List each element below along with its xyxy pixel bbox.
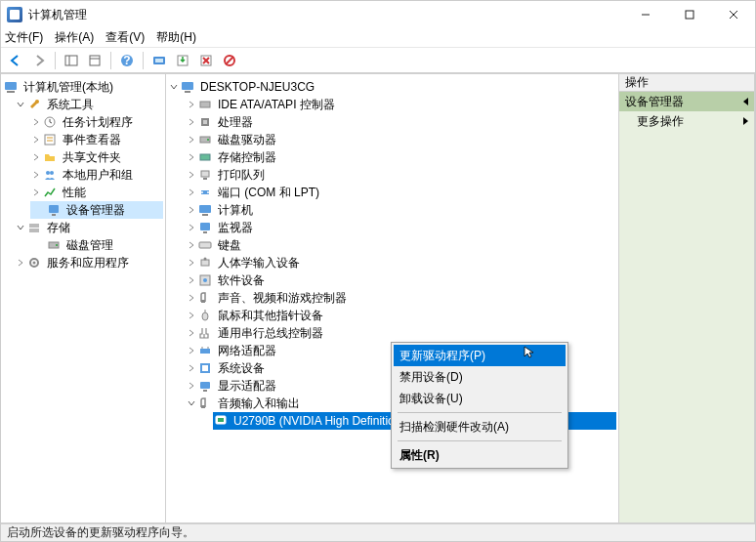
chevron-right-icon[interactable] <box>186 362 197 374</box>
toolbar: ? <box>1 48 755 73</box>
nav-back-button[interactable] <box>5 50 26 71</box>
properties-console-button[interactable] <box>84 50 105 71</box>
device-category-node[interactable]: 计算机 <box>186 201 616 219</box>
svg-rect-48 <box>199 205 211 213</box>
root-computer-mgmt[interactable]: 计算机管理(本地) <box>3 78 163 96</box>
menu-action[interactable]: 操作(A) <box>55 29 94 46</box>
event-viewer-node[interactable]: 事件查看器 <box>30 131 163 148</box>
ctx-uninstall[interactable]: 卸载设备(U) <box>394 388 566 409</box>
chevron-right-icon[interactable] <box>30 151 42 163</box>
tree-label: 系统设备 <box>216 360 267 377</box>
svg-point-32 <box>56 244 58 246</box>
tree-label: 鼠标和其他指针设备 <box>216 308 325 324</box>
chevron-right-icon[interactable] <box>15 257 26 269</box>
chevron-right-icon[interactable] <box>30 169 42 181</box>
device-category-node[interactable]: 端口 (COM 和 LPT) <box>186 184 616 201</box>
chevron-right-icon[interactable] <box>186 274 197 286</box>
chevron-right-icon[interactable] <box>186 187 197 198</box>
tree-label: 服务和应用程序 <box>45 255 131 271</box>
device-category-node[interactable]: 处理器 <box>186 113 616 131</box>
device-category-icon <box>197 308 213 323</box>
device-category-node[interactable]: 鼠标和其他指针设备 <box>186 307 616 324</box>
task-scheduler-node[interactable]: 任务计划程序 <box>30 113 163 131</box>
device-tree-pane[interactable]: DESKTOP-NJEU3CG IDE ATA/ATAPI 控制器处理器磁盘驱动… <box>165 73 619 523</box>
device-category-node[interactable]: 磁盘驱动器 <box>186 131 616 148</box>
tree-label: 人体学输入设备 <box>216 255 302 271</box>
chevron-down-icon[interactable] <box>15 222 26 233</box>
action-more-actions[interactable]: 更多操作 <box>619 111 754 131</box>
maximize-button[interactable] <box>667 1 711 28</box>
chevron-right-icon[interactable] <box>186 345 197 356</box>
svg-rect-11 <box>155 59 163 63</box>
chevron-right-icon[interactable] <box>186 292 197 304</box>
update-driver-toolbar-button[interactable] <box>172 50 193 71</box>
chevron-down-icon[interactable] <box>186 397 197 409</box>
chevron-right-icon[interactable] <box>186 257 197 269</box>
chevron-down-icon[interactable] <box>168 81 180 93</box>
chevron-right-icon[interactable] <box>186 222 197 233</box>
action-band-device-manager[interactable]: 设备管理器 <box>619 92 754 111</box>
uninstall-toolbar-button[interactable] <box>195 50 217 71</box>
chevron-right-icon[interactable] <box>186 99 197 110</box>
device-category-icon <box>197 272 213 288</box>
chevron-right-icon[interactable] <box>30 134 42 146</box>
ctx-update-driver[interactable]: 更新驱动程序(P) <box>394 345 566 366</box>
device-category-node[interactable]: 通用串行总线控制器 <box>186 324 616 342</box>
device-category-node[interactable]: 人体学输入设备 <box>186 254 616 271</box>
ctx-scan[interactable]: 扫描检测硬件改动(A) <box>394 416 566 438</box>
chevron-right-icon[interactable] <box>186 204 197 216</box>
device-category-node[interactable]: 键盘 <box>186 236 616 254</box>
chevron-right-icon[interactable] <box>30 116 42 128</box>
svg-point-26 <box>50 171 54 175</box>
system-tools-node[interactable]: 系统工具 <box>15 96 163 113</box>
device-category-node[interactable]: 软件设备 <box>186 271 616 289</box>
chevron-right-icon[interactable] <box>186 239 197 251</box>
device-category-icon <box>197 360 213 376</box>
menu-help[interactable]: 帮助(H) <box>156 29 196 46</box>
services-apps-node[interactable]: 服务和应用程序 <box>15 254 163 271</box>
disable-toolbar-button[interactable] <box>219 50 240 71</box>
minimize-button[interactable] <box>623 1 667 28</box>
menu-file[interactable]: 文件(F) <box>5 29 43 46</box>
app-icon <box>7 7 22 22</box>
device-category-node[interactable]: 监视器 <box>186 219 616 236</box>
svg-rect-60 <box>200 349 210 354</box>
storage-node[interactable]: 存储 <box>15 219 163 236</box>
device-category-icon <box>197 378 213 394</box>
close-button[interactable] <box>711 1 755 28</box>
local-users-node[interactable]: 本地用户和组 <box>30 166 163 184</box>
chevron-right-icon[interactable] <box>186 151 197 163</box>
device-category-node[interactable]: 打印队列 <box>186 166 616 184</box>
svg-point-54 <box>204 258 207 261</box>
svg-rect-37 <box>200 102 210 107</box>
chevron-right-icon[interactable] <box>186 327 197 339</box>
chevron-right-icon[interactable] <box>186 169 197 181</box>
chevron-down-icon[interactable] <box>15 99 26 110</box>
chevron-right-icon[interactable] <box>186 380 197 392</box>
device-category-node[interactable]: IDE ATA/ATAPI 控制器 <box>186 96 616 113</box>
left-tree-pane[interactable]: 计算机管理(本地) 系统工具 任务计划程序 <box>0 73 166 523</box>
nav-forward-button[interactable] <box>28 50 50 71</box>
svg-point-56 <box>203 278 207 282</box>
performance-node[interactable]: 性能 <box>30 184 163 201</box>
ctx-properties[interactable]: 属性(R) <box>394 444 566 466</box>
shared-folders-node[interactable]: 共享文件夹 <box>30 148 163 166</box>
device-manager-node[interactable]: 设备管理器 <box>30 201 163 219</box>
help-button[interactable]: ? <box>116 50 138 71</box>
collapse-arrow-icon <box>743 98 748 105</box>
disk-mgmt-node[interactable]: 磁盘管理 <box>30 236 163 254</box>
svg-rect-42 <box>200 154 210 160</box>
scan-hardware-button[interactable] <box>148 50 170 71</box>
menu-view[interactable]: 查看(V) <box>105 29 145 46</box>
device-category-node[interactable]: 存储控制器 <box>186 148 616 166</box>
ctx-item-label: 扫描检测硬件改动(A) <box>399 419 509 436</box>
device-category-node[interactable]: 声音、视频和游戏控制器 <box>186 289 616 307</box>
chevron-right-icon[interactable] <box>186 116 197 128</box>
chevron-right-icon[interactable] <box>186 134 197 146</box>
computer-root-node[interactable]: DESKTOP-NJEU3CG <box>168 78 616 96</box>
svg-point-25 <box>46 171 50 175</box>
ctx-disable[interactable]: 禁用设备(D) <box>394 366 566 388</box>
show-hide-tree-button[interactable] <box>61 50 82 71</box>
chevron-right-icon[interactable] <box>186 310 197 321</box>
chevron-right-icon[interactable] <box>30 187 42 198</box>
